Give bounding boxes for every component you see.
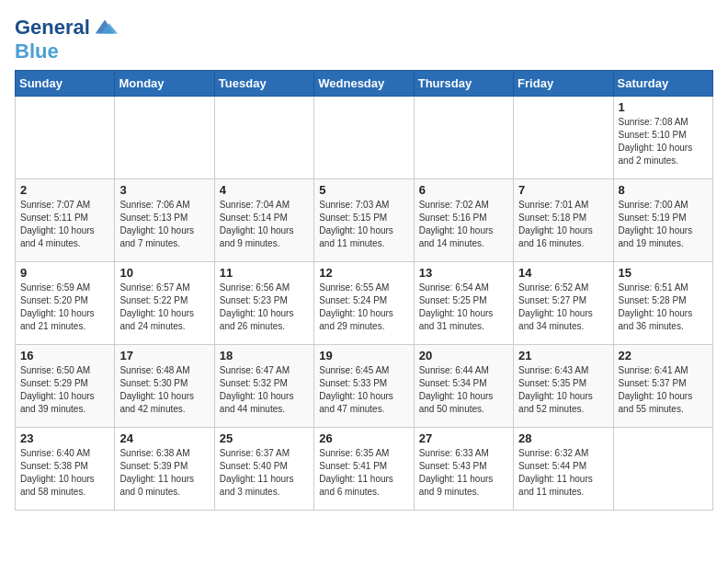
calendar-cell [314, 97, 414, 179]
calendar-cell: 17Sunrise: 6:48 AM Sunset: 5:30 PM Dayli… [115, 345, 214, 428]
day-info: Sunrise: 6:43 AM Sunset: 5:35 PM Dayligh… [518, 364, 608, 416]
calendar-cell: 22Sunrise: 6:41 AM Sunset: 5:37 PM Dayli… [613, 345, 712, 428]
day-info: Sunrise: 6:38 AM Sunset: 5:39 PM Dayligh… [119, 447, 209, 499]
day-number: 11 [220, 266, 309, 280]
calendar-cell: 9Sunrise: 6:59 AM Sunset: 5:20 PM Daylig… [16, 262, 115, 345]
day-info: Sunrise: 6:57 AM Sunset: 5:22 PM Dayligh… [119, 282, 209, 333]
day-number: 5 [319, 183, 408, 197]
day-number: 28 [518, 431, 608, 445]
calendar-header: SundayMondayTuesdayWednesdayThursdayFrid… [16, 71, 713, 97]
day-info: Sunrise: 6:37 AM Sunset: 5:40 PM Dayligh… [220, 447, 309, 499]
logo: General Blue [15, 15, 118, 63]
calendar-cell: 16Sunrise: 6:50 AM Sunset: 5:29 PM Dayli… [16, 345, 115, 428]
weekday-header: Tuesday [214, 71, 313, 97]
day-info: Sunrise: 6:47 AM Sunset: 5:32 PM Dayligh… [220, 364, 309, 416]
day-info: Sunrise: 6:44 AM Sunset: 5:34 PM Dayligh… [419, 364, 508, 416]
calendar-cell [613, 428, 712, 511]
day-number: 1 [619, 100, 708, 114]
weekday-header: Thursday [414, 71, 513, 97]
day-info: Sunrise: 7:06 AM Sunset: 5:13 PM Dayligh… [119, 199, 209, 250]
calendar-table: SundayMondayTuesdayWednesdayThursdayFrid… [15, 70, 713, 511]
day-number: 14 [518, 266, 608, 280]
day-info: Sunrise: 7:02 AM Sunset: 5:16 PM Dayligh… [419, 199, 508, 250]
calendar-cell: 26Sunrise: 6:35 AM Sunset: 5:41 PM Dayli… [314, 428, 414, 511]
day-info: Sunrise: 6:32 AM Sunset: 5:44 PM Dayligh… [518, 447, 608, 499]
header-row: SundayMondayTuesdayWednesdayThursdayFrid… [16, 71, 713, 97]
calendar-cell: 27Sunrise: 6:33 AM Sunset: 5:43 PM Dayli… [414, 428, 513, 511]
calendar-cell: 21Sunrise: 6:43 AM Sunset: 5:35 PM Dayli… [514, 345, 613, 428]
weekday-header: Wednesday [314, 71, 414, 97]
calendar-cell: 13Sunrise: 6:54 AM Sunset: 5:25 PM Dayli… [414, 262, 513, 345]
calendar-cell [414, 97, 513, 179]
calendar-cell: 28Sunrise: 6:32 AM Sunset: 5:44 PM Dayli… [514, 428, 613, 511]
calendar-week-row: 9Sunrise: 6:59 AM Sunset: 5:20 PM Daylig… [16, 262, 713, 345]
day-number: 27 [419, 431, 508, 445]
calendar-cell: 12Sunrise: 6:55 AM Sunset: 5:24 PM Dayli… [314, 262, 414, 345]
day-info: Sunrise: 7:07 AM Sunset: 5:11 PM Dayligh… [20, 199, 109, 250]
calendar-week-row: 1Sunrise: 7:08 AM Sunset: 5:10 PM Daylig… [16, 97, 713, 179]
weekday-header: Friday [514, 71, 613, 97]
calendar-cell [214, 97, 313, 179]
calendar-cell: 3Sunrise: 7:06 AM Sunset: 5:13 PM Daylig… [115, 179, 214, 262]
day-number: 15 [619, 266, 708, 280]
calendar-cell: 19Sunrise: 6:45 AM Sunset: 5:33 PM Dayli… [314, 345, 414, 428]
weekday-header: Saturday [613, 71, 712, 97]
day-number: 7 [518, 183, 608, 197]
day-number: 13 [419, 266, 508, 280]
day-number: 21 [518, 349, 608, 362]
day-info: Sunrise: 7:01 AM Sunset: 5:18 PM Dayligh… [518, 199, 608, 250]
day-number: 6 [419, 183, 508, 197]
logo-text: General [15, 17, 90, 39]
day-info: Sunrise: 6:51 AM Sunset: 5:28 PM Dayligh… [619, 282, 708, 333]
day-info: Sunrise: 6:35 AM Sunset: 5:41 PM Dayligh… [319, 447, 408, 499]
calendar-cell [16, 97, 115, 179]
page-header: General Blue [15, 15, 713, 63]
logo-text-blue: Blue [15, 40, 59, 63]
day-number: 9 [20, 266, 109, 280]
calendar-cell: 20Sunrise: 6:44 AM Sunset: 5:34 PM Dayli… [414, 345, 513, 428]
day-number: 17 [119, 349, 209, 362]
day-info: Sunrise: 6:48 AM Sunset: 5:30 PM Dayligh… [119, 364, 209, 416]
calendar-cell [115, 97, 214, 179]
calendar-cell: 23Sunrise: 6:40 AM Sunset: 5:38 PM Dayli… [16, 428, 115, 511]
day-number: 22 [619, 349, 708, 362]
day-number: 16 [20, 349, 109, 362]
day-number: 24 [119, 431, 209, 445]
calendar-cell: 2Sunrise: 7:07 AM Sunset: 5:11 PM Daylig… [16, 179, 115, 262]
day-info: Sunrise: 7:03 AM Sunset: 5:15 PM Dayligh… [319, 199, 408, 250]
calendar-cell: 14Sunrise: 6:52 AM Sunset: 5:27 PM Dayli… [514, 262, 613, 345]
calendar-cell: 7Sunrise: 7:01 AM Sunset: 5:18 PM Daylig… [514, 179, 613, 262]
day-number: 20 [419, 349, 508, 362]
calendar-cell: 10Sunrise: 6:57 AM Sunset: 5:22 PM Dayli… [115, 262, 214, 345]
day-number: 25 [220, 431, 309, 445]
day-number: 18 [220, 349, 309, 362]
day-info: Sunrise: 6:40 AM Sunset: 5:38 PM Dayligh… [20, 447, 109, 499]
day-number: 8 [619, 183, 708, 197]
day-number: 10 [119, 266, 209, 280]
calendar-cell: 4Sunrise: 7:04 AM Sunset: 5:14 PM Daylig… [214, 179, 313, 262]
day-number: 12 [319, 266, 408, 280]
day-info: Sunrise: 7:08 AM Sunset: 5:10 PM Dayligh… [619, 116, 708, 167]
day-info: Sunrise: 6:41 AM Sunset: 5:37 PM Dayligh… [619, 364, 708, 416]
calendar-body: 1Sunrise: 7:08 AM Sunset: 5:10 PM Daylig… [16, 97, 713, 511]
day-number: 4 [220, 183, 309, 197]
calendar-cell [514, 97, 613, 179]
day-info: Sunrise: 7:00 AM Sunset: 5:19 PM Dayligh… [619, 199, 708, 250]
day-info: Sunrise: 6:59 AM Sunset: 5:20 PM Dayligh… [20, 282, 109, 333]
calendar-cell: 15Sunrise: 6:51 AM Sunset: 5:28 PM Dayli… [613, 262, 712, 345]
day-info: Sunrise: 6:45 AM Sunset: 5:33 PM Dayligh… [319, 364, 408, 416]
day-info: Sunrise: 6:55 AM Sunset: 5:24 PM Dayligh… [319, 282, 408, 333]
day-number: 23 [20, 431, 109, 445]
day-info: Sunrise: 6:54 AM Sunset: 5:25 PM Dayligh… [419, 282, 508, 333]
weekday-header: Sunday [16, 71, 115, 97]
calendar-cell: 1Sunrise: 7:08 AM Sunset: 5:10 PM Daylig… [613, 97, 712, 179]
logo-icon [92, 15, 118, 40]
day-number: 2 [20, 183, 109, 197]
calendar-cell: 24Sunrise: 6:38 AM Sunset: 5:39 PM Dayli… [115, 428, 214, 511]
day-info: Sunrise: 6:33 AM Sunset: 5:43 PM Dayligh… [419, 447, 508, 499]
calendar-cell: 11Sunrise: 6:56 AM Sunset: 5:23 PM Dayli… [214, 262, 313, 345]
day-info: Sunrise: 6:56 AM Sunset: 5:23 PM Dayligh… [220, 282, 309, 333]
calendar-cell: 25Sunrise: 6:37 AM Sunset: 5:40 PM Dayli… [214, 428, 313, 511]
day-info: Sunrise: 6:50 AM Sunset: 5:29 PM Dayligh… [20, 364, 109, 416]
day-info: Sunrise: 6:52 AM Sunset: 5:27 PM Dayligh… [518, 282, 608, 333]
